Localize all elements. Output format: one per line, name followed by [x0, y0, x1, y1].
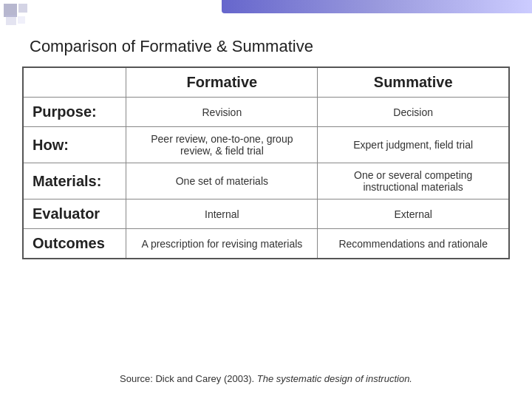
table-row: OutcomesA prescription for revising mate…	[23, 229, 509, 259]
table-row: How:Peer review, one-to-one, group revie…	[23, 127, 509, 163]
row-label-3: Evaluator	[23, 200, 126, 229]
row-label-0: Purpose:	[23, 98, 126, 127]
page-title: Comparison of Formative & Summative	[30, 37, 313, 56]
row-formative-3: Internal	[126, 200, 318, 229]
row-label-2: Materials:	[23, 163, 126, 200]
source-italic: The systematic design of instruction.	[257, 373, 412, 384]
row-formative-4: A prescription for revising materials	[126, 229, 318, 259]
header-summative: Summative	[318, 67, 509, 98]
row-formative-1: Peer review, one-to-one, group review, &…	[126, 127, 318, 163]
row-summative-0: Decision	[318, 98, 509, 127]
header-formative: Formative	[126, 67, 318, 98]
table-row: Materials:One set of materialsOne or sev…	[23, 163, 509, 200]
row-summative-4: Recommendations and rationale	[318, 229, 509, 259]
row-summative-1: Expert judgment, field trial	[318, 127, 509, 163]
source-note: Source: Dick and Carey (2003). The syste…	[118, 373, 414, 384]
row-summative-3: External	[318, 200, 509, 229]
row-label-1: How:	[23, 127, 126, 163]
row-summative-2: One or several competing instructional m…	[318, 163, 509, 200]
comparison-table: Formative Summative Purpose:RevisionDeci…	[22, 66, 510, 259]
row-formative-0: Revision	[126, 98, 318, 127]
comparison-table-wrapper: Formative Summative Purpose:RevisionDeci…	[22, 66, 510, 259]
top-bar-decoration	[222, 0, 532, 13]
corner-decoration	[0, 0, 44, 30]
source-text: Source: Dick and Carey (2003).	[120, 373, 257, 384]
header-empty	[23, 67, 126, 98]
row-formative-2: One set of materials	[126, 163, 318, 200]
row-label-4: Outcomes	[23, 229, 126, 259]
table-row: EvaluatorInternalExternal	[23, 200, 509, 229]
table-row: Purpose:RevisionDecision	[23, 98, 509, 127]
